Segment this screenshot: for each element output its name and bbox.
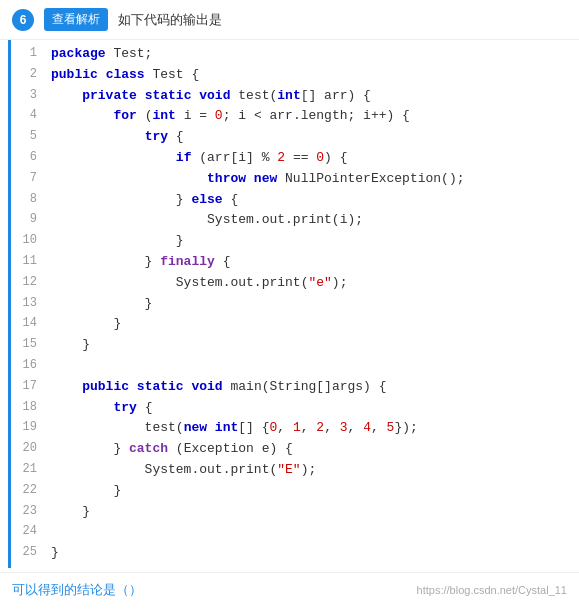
- code-line-10: 10 }: [11, 231, 571, 252]
- line-number: 16: [11, 356, 47, 377]
- line-number: 13: [11, 294, 47, 315]
- code-content: System.out.print("E");: [47, 460, 571, 481]
- code-content: System.out.print(i);: [47, 210, 571, 231]
- code-line-17: 17 public static void main(String[]args)…: [11, 377, 571, 398]
- line-number: 22: [11, 481, 47, 502]
- code-line-1: 1 package Test;: [11, 44, 571, 65]
- code-line-15: 15 }: [11, 335, 571, 356]
- code-line-4: 4 for (int i = 0; i < arr.length; i++) {: [11, 106, 571, 127]
- code-content: } catch (Exception e) {: [47, 439, 571, 460]
- line-number: 10: [11, 231, 47, 252]
- code-content: public static void main(String[]args) {: [47, 377, 571, 398]
- code-line-14: 14 }: [11, 314, 571, 335]
- footer-url: https://blog.csdn.net/Cystal_11: [417, 584, 567, 596]
- code-content: }: [47, 294, 571, 315]
- code-line-24: 24: [11, 522, 571, 543]
- header: 6 查看解析 如下代码的输出是: [0, 0, 579, 40]
- code-content: try {: [47, 398, 571, 419]
- code-content: throw new NullPointerException();: [47, 169, 571, 190]
- code-content: try {: [47, 127, 571, 148]
- line-number: 1: [11, 44, 47, 65]
- line-number: 7: [11, 169, 47, 190]
- line-number: 21: [11, 460, 47, 481]
- line-number: 8: [11, 190, 47, 211]
- code-line-23: 23 }: [11, 502, 571, 523]
- code-block: 1 package Test; 2 public class Test { 3 …: [8, 40, 571, 568]
- line-number: 25: [11, 543, 47, 564]
- line-number: 23: [11, 502, 47, 523]
- line-number: 15: [11, 335, 47, 356]
- code-line-25: 25 }: [11, 543, 571, 564]
- code-content: } finally {: [47, 252, 571, 273]
- code-line-8: 8 } else {: [11, 190, 571, 211]
- conclusion-text: 可以得到的结论是（）: [12, 581, 142, 599]
- code-line-21: 21 System.out.print("E");: [11, 460, 571, 481]
- code-line-16: 16: [11, 356, 571, 377]
- code-line-7: 7 throw new NullPointerException();: [11, 169, 571, 190]
- code-line-5: 5 try {: [11, 127, 571, 148]
- code-line-3: 3 private static void test(int[] arr) {: [11, 86, 571, 107]
- line-number: 11: [11, 252, 47, 273]
- line-number: 14: [11, 314, 47, 335]
- line-number: 9: [11, 210, 47, 231]
- line-number: 19: [11, 418, 47, 439]
- code-content: }: [47, 335, 571, 356]
- line-number: 2: [11, 65, 47, 86]
- code-line-19: 19 test(new int[] {0, 1, 2, 3, 4, 5});: [11, 418, 571, 439]
- code-content: }: [47, 502, 571, 523]
- line-number: 24: [11, 522, 47, 543]
- code-line-18: 18 try {: [11, 398, 571, 419]
- line-number: 5: [11, 127, 47, 148]
- code-content: test(new int[] {0, 1, 2, 3, 4, 5});: [47, 418, 571, 439]
- code-line-2: 2 public class Test {: [11, 65, 571, 86]
- code-content: package Test;: [47, 44, 571, 65]
- code-content: [47, 356, 571, 377]
- code-content: System.out.print("e");: [47, 273, 571, 294]
- code-content: public class Test {: [47, 65, 571, 86]
- code-content: if (arr[i] % 2 == 0) {: [47, 148, 571, 169]
- code-content: [47, 522, 571, 543]
- code-line-11: 11 } finally {: [11, 252, 571, 273]
- line-number: 3: [11, 86, 47, 107]
- analyze-button[interactable]: 查看解析: [44, 8, 108, 31]
- badge: 6: [12, 9, 34, 31]
- line-number: 20: [11, 439, 47, 460]
- code-content: }: [47, 314, 571, 335]
- code-line-12: 12 System.out.print("e");: [11, 273, 571, 294]
- line-number: 12: [11, 273, 47, 294]
- code-content: }: [47, 231, 571, 252]
- code-content: }: [47, 481, 571, 502]
- line-number: 4: [11, 106, 47, 127]
- line-number: 17: [11, 377, 47, 398]
- line-number: 18: [11, 398, 47, 419]
- footer: 可以得到的结论是（） https://blog.csdn.net/Cystal_…: [0, 572, 579, 607]
- code-line-6: 6 if (arr[i] % 2 == 0) {: [11, 148, 571, 169]
- code-content: }: [47, 543, 571, 564]
- code-content: for (int i = 0; i < arr.length; i++) {: [47, 106, 571, 127]
- code-line-22: 22 }: [11, 481, 571, 502]
- question-text: 如下代码的输出是: [118, 11, 222, 29]
- code-content: private static void test(int[] arr) {: [47, 86, 571, 107]
- code-line-9: 9 System.out.print(i);: [11, 210, 571, 231]
- code-table: 1 package Test; 2 public class Test { 3 …: [11, 44, 571, 564]
- code-line-13: 13 }: [11, 294, 571, 315]
- code-line-20: 20 } catch (Exception e) {: [11, 439, 571, 460]
- code-content: } else {: [47, 190, 571, 211]
- line-number: 6: [11, 148, 47, 169]
